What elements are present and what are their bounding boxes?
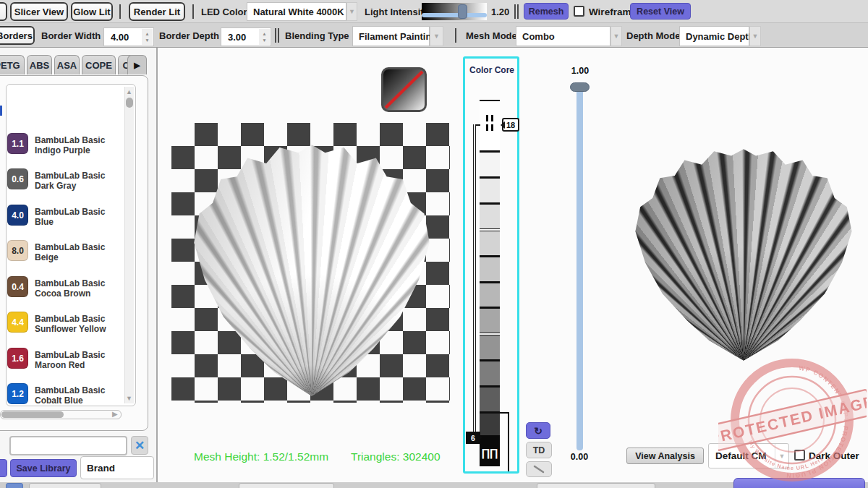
border-width-spinner[interactable]: 4.00 ▲▼ — [103, 27, 154, 46]
save-library-button[interactable]: Save Library — [10, 459, 77, 477]
clipped-purple-button[interactable] — [0, 459, 7, 477]
vertical-slider-handle[interactable] — [570, 82, 590, 92]
bottom-bracket-line — [500, 412, 509, 471]
chevron-down-icon[interactable]: ▼ — [430, 26, 443, 46]
clipped-bottom-element — [29, 483, 101, 488]
range-top-handle[interactable] — [484, 115, 495, 134]
filament-line1: BambuLab Basic — [35, 171, 105, 181]
td-button[interactable]: TD — [526, 442, 552, 458]
chevron-down-icon[interactable]: ▼ — [346, 2, 357, 21]
chevron-down-icon[interactable]: ▼ — [749, 26, 761, 46]
tab-asa[interactable]: ASA — [54, 55, 80, 74]
filament-swatch[interactable]: 8.0 — [7, 240, 28, 261]
clipped-left-button[interactable] — [0, 2, 7, 21]
filament-name[interactable]: BambuLab BasicSunflower Yellow — [35, 314, 106, 334]
clipped-bottom-element — [537, 483, 655, 488]
filament-line2: Sunflower Yellow — [35, 324, 106, 334]
reset-view-button[interactable]: Reset View — [630, 3, 691, 20]
view-analysis-button[interactable]: View Analysis — [626, 448, 704, 464]
filament-swatch[interactable]: 4.4 — [7, 312, 28, 333]
render-lit-button[interactable]: Render Lit — [129, 2, 185, 21]
triangles-status: Triangles: 302400 — [351, 450, 441, 463]
filament-name[interactable]: BambuLab BasicCobalt Blue — [35, 386, 105, 406]
vertical-slider-track[interactable] — [576, 83, 583, 450]
app-window: Slicer View Glow Lit Render Lit LED Colo… — [0, 0, 868, 488]
tab-petg[interactable]: PETG — [0, 55, 25, 74]
color-core-title: Color Core — [469, 65, 514, 75]
clipped-bottom-button[interactable] — [733, 478, 865, 488]
border-depth-spinner[interactable]: 3.00 ▲▼ — [221, 27, 271, 46]
sidebar-divider — [156, 48, 158, 488]
chevron-down-icon[interactable]: ▼ — [775, 444, 788, 468]
border-width-label: Border Width — [41, 30, 101, 41]
range-bracket-line — [473, 124, 476, 437]
scrollbar-thumb[interactable] — [126, 98, 133, 108]
filament-swatch[interactable]: 1.2 — [7, 383, 28, 404]
filament-line2: Dark Gray — [35, 181, 76, 191]
mesh-mode-label: Mesh Mode — [466, 30, 517, 41]
shell-render-preview[interactable] — [621, 145, 867, 367]
filament-swatch[interactable]: 4.0 — [7, 205, 28, 226]
filament-swatch[interactable]: 0.6 — [7, 168, 28, 189]
filament-name[interactable]: BambuLab BasicIndigo Purple — [35, 136, 105, 155]
toolbar-second: Borders Border Width 4.00 ▲▼ Border Dept… — [0, 23, 868, 48]
filament-name[interactable]: BambuLab BasicCocoa Brown — [35, 279, 105, 299]
led-color-label: LED Color — [201, 7, 247, 17]
bottom-marker-badge[interactable]: 6 — [466, 432, 480, 444]
vertical-scrollbar[interactable]: ▲ ▼ — [124, 87, 134, 403]
dark-outer-checkbox[interactable] — [794, 450, 805, 461]
filament-line1: BambuLab Basic — [35, 278, 105, 288]
filament-name[interactable]: BambuLab BasicMaroon Red — [35, 351, 105, 370]
borders-button[interactable]: Borders — [0, 26, 35, 45]
svg-text:WP CONTENT COPY PROTECTION PLU: WP CONTENT COPY PROTECTION PLUGIN — [786, 364, 850, 480]
filament-swatch[interactable]: 0.4 — [7, 276, 28, 297]
gradient-disabled-icon[interactable] — [381, 67, 427, 112]
filament-line2: Blue — [35, 217, 54, 227]
clipped-bottom-element — [6, 483, 23, 488]
top-marker-badge[interactable]: 18 — [502, 118, 519, 132]
light-intensity-label: Light Intensity — [365, 7, 429, 17]
filament-line2: Indigo Purple — [35, 145, 90, 155]
tab-cope[interactable]: COPE — [82, 55, 116, 74]
mesh-mode-dropdown[interactable]: Combo — [516, 26, 610, 46]
filament-line2: Cobalt Blue — [35, 395, 83, 406]
filament-swatch[interactable]: 1.1 — [7, 133, 28, 154]
spinner-arrows-icon[interactable]: ▲▼ — [259, 29, 270, 45]
brand-dropdown[interactable]: Brand — [80, 456, 154, 479]
search-input[interactable] — [9, 436, 127, 455]
horizontal-scrollbar[interactable] — [0, 410, 122, 419]
blending-type-dropdown[interactable]: Filament Painting — [352, 26, 430, 46]
clear-search-icon[interactable]: ✕ — [131, 436, 148, 455]
slicer-view-button[interactable]: Slicer View — [10, 2, 68, 21]
led-color-dropdown[interactable]: Natural White 4000K — [247, 2, 346, 21]
toolbar-separator — [455, 28, 456, 43]
tab-scroll-right-icon[interactable]: ▶ — [127, 55, 147, 74]
color-core-gradient-bar[interactable] — [480, 100, 500, 466]
filament-name[interactable]: BambuLab BasicDark Gray — [35, 171, 105, 191]
filament-line1: BambuLab Basic — [35, 385, 105, 395]
depth-mode-dropdown[interactable]: Dynamic Depth — [679, 26, 749, 46]
scroll-down-icon[interactable]: ▼ — [126, 395, 132, 402]
chevron-down-icon[interactable]: ▼ — [610, 26, 622, 46]
dark-outer-label: Dark Outer — [809, 450, 859, 461]
toolbar-separator — [514, 4, 519, 19]
filament-swatch[interactable]: 1.6 — [7, 348, 28, 369]
slider-handle[interactable] — [458, 4, 467, 19]
scroll-right-icon[interactable]: ▶ — [112, 410, 118, 418]
glow-lit-button[interactable]: Glow Lit — [71, 2, 113, 21]
base-layer-marks: ∏∏ — [481, 446, 498, 458]
tab-abs[interactable]: ABS — [27, 55, 52, 74]
filament-line1: BambuLab Basic — [35, 314, 105, 324]
scroll-up-icon[interactable]: ▲ — [126, 88, 132, 95]
filament-name[interactable]: BambuLab BasicBeige — [35, 243, 105, 262]
filament-name[interactable]: BambuLab BasicBlue — [35, 207, 105, 227]
scrollbar-thumb[interactable] — [1, 411, 64, 418]
diagonal-line-icon[interactable] — [526, 461, 552, 477]
wireframe-checkbox[interactable] — [574, 6, 584, 17]
border-depth-label: Border Depth — [159, 30, 219, 41]
stamp-inner-ring — [760, 388, 824, 452]
rotate-icon[interactable]: ↻ — [526, 422, 550, 439]
light-intensity-slider[interactable] — [422, 3, 487, 20]
spinner-arrows-icon[interactable]: ▲▼ — [142, 29, 153, 45]
remesh-button[interactable]: Remesh — [524, 3, 569, 20]
